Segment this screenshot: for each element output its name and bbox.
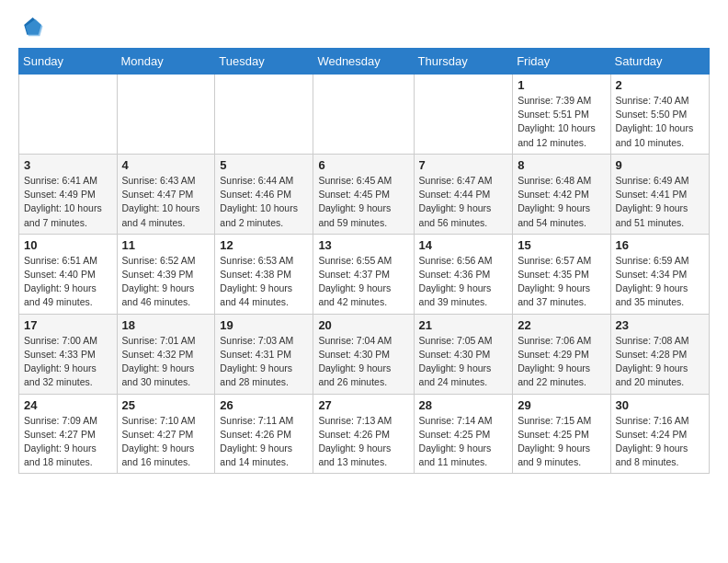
- calendar-cell: 8Sunrise: 6:48 AMSunset: 4:42 PMDaylight…: [513, 154, 610, 234]
- calendar-cell: 23Sunrise: 7:08 AMSunset: 4:28 PMDayligh…: [610, 314, 709, 394]
- day-number: 4: [122, 158, 210, 172]
- day-info: Sunrise: 7:00 AMSunset: 4:33 PMDaylight:…: [24, 334, 112, 390]
- day-number: 15: [518, 238, 605, 252]
- day-info: Sunrise: 6:51 AMSunset: 4:40 PMDaylight:…: [24, 254, 112, 310]
- calendar-cell: 21Sunrise: 7:05 AMSunset: 4:30 PMDayligh…: [414, 314, 513, 394]
- day-number: 8: [518, 158, 605, 172]
- calendar-cell: 6Sunrise: 6:45 AMSunset: 4:45 PMDaylight…: [313, 154, 414, 234]
- day-number: 19: [220, 318, 308, 332]
- calendar-cell: 18Sunrise: 7:01 AMSunset: 4:32 PMDayligh…: [117, 314, 215, 394]
- day-info: Sunrise: 7:01 AMSunset: 4:32 PMDaylight:…: [122, 334, 210, 390]
- calendar-cell: 20Sunrise: 7:04 AMSunset: 4:30 PMDayligh…: [313, 314, 414, 394]
- logo-icon: [18, 15, 44, 40]
- day-info: Sunrise: 7:08 AMSunset: 4:28 PMDaylight:…: [616, 334, 704, 390]
- day-number: 16: [616, 238, 704, 252]
- day-info: Sunrise: 6:55 AMSunset: 4:37 PMDaylight:…: [318, 254, 408, 310]
- day-number: 24: [24, 398, 112, 412]
- day-info: Sunrise: 7:15 AMSunset: 4:25 PMDaylight:…: [518, 414, 605, 470]
- calendar-cell: 4Sunrise: 6:43 AMSunset: 4:47 PMDaylight…: [117, 154, 215, 234]
- day-number: 11: [122, 238, 210, 252]
- calendar-week-row: 1Sunrise: 7:39 AMSunset: 5:51 PMDaylight…: [19, 75, 710, 155]
- calendar-cell: [313, 75, 414, 155]
- day-info: Sunrise: 7:09 AMSunset: 4:27 PMDaylight:…: [24, 414, 112, 470]
- day-info: Sunrise: 7:39 AMSunset: 5:51 PMDaylight:…: [518, 94, 605, 150]
- day-info: Sunrise: 6:52 AMSunset: 4:39 PMDaylight:…: [122, 254, 210, 310]
- calendar-cell: 1Sunrise: 7:39 AMSunset: 5:51 PMDaylight…: [513, 75, 610, 155]
- calendar-cell: 22Sunrise: 7:06 AMSunset: 4:29 PMDayligh…: [513, 314, 610, 394]
- calendar-week-row: 3Sunrise: 6:41 AMSunset: 4:49 PMDaylight…: [19, 154, 710, 234]
- day-number: 25: [122, 398, 210, 412]
- day-info: Sunrise: 7:40 AMSunset: 5:50 PMDaylight:…: [616, 94, 704, 150]
- calendar-header-tuesday: Tuesday: [215, 49, 313, 75]
- day-number: 30: [616, 398, 704, 412]
- day-info: Sunrise: 7:04 AMSunset: 4:30 PMDaylight:…: [318, 334, 408, 390]
- day-number: 29: [518, 398, 605, 412]
- day-number: 17: [24, 318, 112, 332]
- day-number: 26: [220, 398, 308, 412]
- page: SundayMondayTuesdayWednesdayThursdayFrid…: [0, 0, 728, 483]
- day-number: 22: [518, 318, 605, 332]
- calendar-cell: 25Sunrise: 7:10 AMSunset: 4:27 PMDayligh…: [117, 394, 215, 474]
- day-info: Sunrise: 7:03 AMSunset: 4:31 PMDaylight:…: [220, 334, 308, 390]
- day-number: 27: [318, 398, 408, 412]
- calendar-cell: 17Sunrise: 7:00 AMSunset: 4:33 PMDayligh…: [19, 314, 118, 394]
- day-number: 23: [616, 318, 704, 332]
- calendar-cell: 29Sunrise: 7:15 AMSunset: 4:25 PMDayligh…: [513, 394, 610, 474]
- calendar-header-friday: Friday: [513, 49, 610, 75]
- calendar-cell: 26Sunrise: 7:11 AMSunset: 4:26 PMDayligh…: [215, 394, 313, 474]
- day-info: Sunrise: 6:43 AMSunset: 4:47 PMDaylight:…: [122, 174, 210, 230]
- day-info: Sunrise: 6:53 AMSunset: 4:38 PMDaylight:…: [220, 254, 308, 310]
- calendar-header-sunday: Sunday: [19, 49, 118, 75]
- calendar-cell: 13Sunrise: 6:55 AMSunset: 4:37 PMDayligh…: [313, 234, 414, 314]
- day-info: Sunrise: 7:06 AMSunset: 4:29 PMDaylight:…: [518, 334, 605, 390]
- day-number: 6: [318, 158, 408, 172]
- calendar-cell: 16Sunrise: 6:59 AMSunset: 4:34 PMDayligh…: [610, 234, 709, 314]
- calendar-week-row: 24Sunrise: 7:09 AMSunset: 4:27 PMDayligh…: [19, 394, 710, 474]
- day-info: Sunrise: 6:44 AMSunset: 4:46 PMDaylight:…: [220, 174, 308, 230]
- day-number: 7: [419, 158, 508, 172]
- calendar-cell: 2Sunrise: 7:40 AMSunset: 5:50 PMDaylight…: [610, 75, 709, 155]
- calendar-cell: 7Sunrise: 6:47 AMSunset: 4:44 PMDaylight…: [414, 154, 513, 234]
- calendar-header-monday: Monday: [117, 49, 215, 75]
- day-info: Sunrise: 6:49 AMSunset: 4:41 PMDaylight:…: [616, 174, 704, 230]
- calendar-week-row: 10Sunrise: 6:51 AMSunset: 4:40 PMDayligh…: [19, 234, 710, 314]
- calendar-cell: [414, 75, 513, 155]
- day-info: Sunrise: 6:56 AMSunset: 4:36 PMDaylight:…: [419, 254, 508, 310]
- day-number: 10: [24, 238, 112, 252]
- calendar-cell: 5Sunrise: 6:44 AMSunset: 4:46 PMDaylight…: [215, 154, 313, 234]
- day-number: 14: [419, 238, 508, 252]
- calendar-cell: 19Sunrise: 7:03 AMSunset: 4:31 PMDayligh…: [215, 314, 313, 394]
- day-number: 13: [318, 238, 408, 252]
- calendar-cell: [117, 75, 215, 155]
- day-number: 21: [419, 318, 508, 332]
- day-info: Sunrise: 6:59 AMSunset: 4:34 PMDaylight:…: [616, 254, 704, 310]
- day-number: 1: [518, 78, 605, 92]
- day-info: Sunrise: 6:47 AMSunset: 4:44 PMDaylight:…: [419, 174, 508, 230]
- calendar-header-row: SundayMondayTuesdayWednesdayThursdayFrid…: [19, 49, 710, 75]
- calendar-header-thursday: Thursday: [414, 49, 513, 75]
- day-info: Sunrise: 6:48 AMSunset: 4:42 PMDaylight:…: [518, 174, 605, 230]
- day-number: 9: [616, 158, 704, 172]
- calendar-cell: 14Sunrise: 6:56 AMSunset: 4:36 PMDayligh…: [414, 234, 513, 314]
- calendar-cell: 30Sunrise: 7:16 AMSunset: 4:24 PMDayligh…: [610, 394, 709, 474]
- calendar-header-wednesday: Wednesday: [313, 49, 414, 75]
- header: [18, 15, 710, 40]
- day-number: 20: [318, 318, 408, 332]
- day-info: Sunrise: 6:57 AMSunset: 4:35 PMDaylight:…: [518, 254, 605, 310]
- calendar-cell: [215, 75, 313, 155]
- calendar-cell: [19, 75, 118, 155]
- day-info: Sunrise: 7:14 AMSunset: 4:25 PMDaylight:…: [419, 414, 508, 470]
- day-number: 2: [616, 78, 704, 92]
- calendar-cell: 24Sunrise: 7:09 AMSunset: 4:27 PMDayligh…: [19, 394, 118, 474]
- logo: [18, 15, 48, 40]
- day-number: 12: [220, 238, 308, 252]
- day-info: Sunrise: 7:16 AMSunset: 4:24 PMDaylight:…: [616, 414, 704, 470]
- day-info: Sunrise: 7:11 AMSunset: 4:26 PMDaylight:…: [220, 414, 308, 470]
- day-number: 3: [24, 158, 112, 172]
- day-info: Sunrise: 6:41 AMSunset: 4:49 PMDaylight:…: [24, 174, 112, 230]
- day-info: Sunrise: 6:45 AMSunset: 4:45 PMDaylight:…: [318, 174, 408, 230]
- calendar-header-saturday: Saturday: [610, 49, 709, 75]
- calendar-cell: 10Sunrise: 6:51 AMSunset: 4:40 PMDayligh…: [19, 234, 118, 314]
- day-info: Sunrise: 7:05 AMSunset: 4:30 PMDaylight:…: [419, 334, 508, 390]
- calendar-week-row: 17Sunrise: 7:00 AMSunset: 4:33 PMDayligh…: [19, 314, 710, 394]
